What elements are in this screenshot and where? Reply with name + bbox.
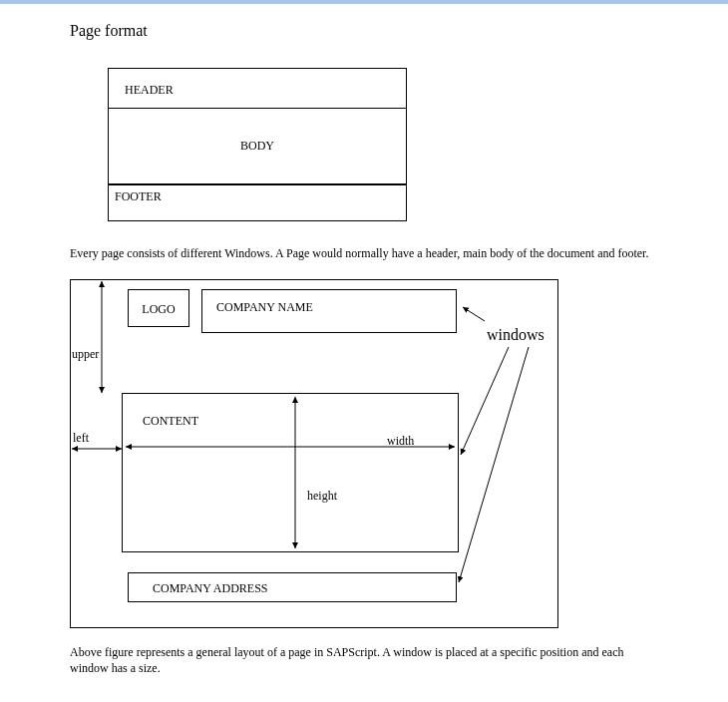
page-title: Page format	[70, 22, 658, 40]
paragraph-2: Above figure represents a general layout…	[70, 644, 658, 676]
content-window-box: CONTENT	[122, 393, 459, 552]
left-label: left	[73, 431, 89, 446]
upper-label: upper	[72, 347, 99, 362]
diagram-body-box: BODY	[109, 109, 406, 184]
page-content: Page format HEADER BODY FOOTER Every pag…	[0, 4, 728, 702]
width-label: width	[387, 434, 414, 449]
company-address-window-box: COMPANY ADDRESS	[128, 572, 457, 602]
company-name-window-box: COMPANY NAME	[201, 289, 457, 333]
window-layout-diagram: LOGO COMPANY NAME CONTENT COMPANY ADDRES…	[70, 279, 648, 638]
page-layout-diagram: HEADER BODY FOOTER	[108, 68, 407, 221]
height-label: height	[307, 489, 337, 504]
diagram-footer-box: FOOTER	[109, 184, 406, 220]
logo-window-box: LOGO	[128, 289, 189, 327]
paragraph-1: Every page consists of different Windows…	[70, 245, 658, 261]
diagram-header-box: HEADER	[109, 69, 406, 109]
windows-label: windows	[487, 326, 545, 344]
